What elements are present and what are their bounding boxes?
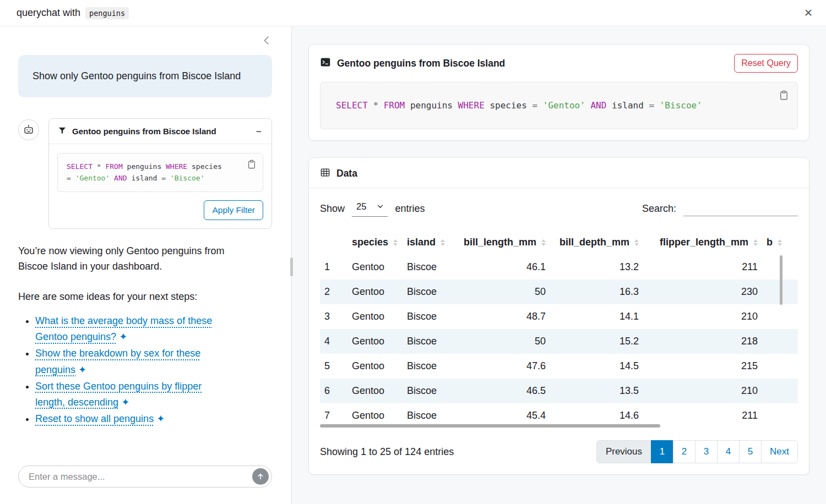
table-row[interactable]: 2GentooBiscoe5016.3230 bbox=[320, 280, 798, 304]
assistant-message: Here are some ideas for your next steps: bbox=[18, 289, 238, 305]
sparkle-icon: ✦ bbox=[116, 331, 127, 342]
data-card: Data Show 25 entries Search: bbox=[308, 157, 809, 475]
data-card-header: Data bbox=[309, 167, 809, 188]
table-cell: 215 bbox=[643, 354, 762, 379]
column-header-species[interactable]: species bbox=[347, 230, 403, 255]
table-cell bbox=[762, 329, 798, 354]
pagination-page-4[interactable]: 4 bbox=[717, 440, 740, 463]
table-cell: 218 bbox=[643, 329, 762, 354]
table-cell bbox=[762, 354, 798, 379]
table-row[interactable]: 6GentooBiscoe46.513.5210 bbox=[320, 379, 798, 403]
table-cell: 3 bbox=[320, 304, 347, 329]
table-cell: 210 bbox=[643, 304, 762, 329]
table-row[interactable]: 5GentooBiscoe47.614.5215 bbox=[320, 354, 798, 379]
table-cell: 50 bbox=[455, 280, 550, 304]
chat-sidebar: Show only Gentoo penguins from Biscoe Is… bbox=[0, 26, 292, 504]
pagination-previous[interactable]: Previous bbox=[596, 440, 651, 463]
app-layout: Show only Gentoo penguins from Biscoe Is… bbox=[0, 26, 826, 504]
suggestion-item: Show the breakdown by sex for these peng… bbox=[35, 346, 229, 377]
query-card: Gentoo penguins from Biscoe Island Reset… bbox=[308, 44, 809, 141]
column-header-b[interactable]: b bbox=[762, 230, 798, 255]
table-cell: 14.5 bbox=[550, 354, 643, 379]
table-cell: 15.2 bbox=[550, 329, 643, 354]
pagination-next[interactable]: Next bbox=[761, 440, 798, 463]
column-header-row-index bbox=[320, 230, 347, 255]
column-header-bill_length_mm[interactable]: bill_length_mm bbox=[455, 230, 550, 255]
page-length-select[interactable]: 25 bbox=[352, 200, 388, 217]
suggestion-item: Sort these Gentoo penguins by flipper le… bbox=[35, 379, 229, 410]
data-card-title: Data bbox=[336, 168, 357, 179]
apply-filter-row: Apply Filter bbox=[57, 200, 263, 220]
search-input[interactable] bbox=[683, 201, 798, 216]
suggestion-item: What is the average body mass of these G… bbox=[35, 313, 229, 345]
filter-suggestion-card: Gentoo penguins from Biscoe Island − SEL… bbox=[48, 118, 272, 229]
table-cell: Gentoo bbox=[347, 255, 403, 280]
table-row[interactable]: 4GentooBiscoe5015.2218 bbox=[320, 329, 798, 354]
bot-avatar bbox=[18, 119, 39, 140]
table-cell: 230 bbox=[643, 280, 762, 304]
horizontal-scrollbar[interactable] bbox=[320, 424, 660, 428]
table-cell: Biscoe bbox=[403, 280, 455, 304]
entries-label: entries bbox=[395, 203, 425, 215]
show-label: Show bbox=[320, 203, 345, 215]
table-cell: Gentoo bbox=[347, 280, 403, 304]
table-cell: 2 bbox=[320, 280, 347, 304]
reset-query-button[interactable]: Reset Query bbox=[734, 54, 798, 73]
table-icon bbox=[320, 167, 330, 180]
terminal-icon bbox=[320, 57, 331, 70]
suggestion-item: Reset to show all penguins ✦ bbox=[35, 411, 229, 427]
table-cell: 211 bbox=[643, 255, 762, 280]
app-header: querychat with penguins ✕ bbox=[0, 0, 826, 26]
sort-icon bbox=[393, 239, 398, 246]
sidebar-collapse-row bbox=[18, 33, 272, 50]
suggestion-link[interactable]: Show the breakdown by sex for these peng… bbox=[35, 348, 200, 375]
table-cell: 211 bbox=[643, 403, 762, 428]
table-cell: 13.5 bbox=[550, 379, 643, 403]
arrow-up-icon bbox=[257, 473, 264, 480]
table-cell: Gentoo bbox=[347, 329, 403, 354]
dashboard-main: Gentoo penguins from Biscoe Island Reset… bbox=[292, 26, 826, 504]
collapse-card-button[interactable]: − bbox=[253, 127, 264, 136]
sort-icon bbox=[541, 239, 546, 246]
query-card-title: Gentoo penguins from Biscoe Island bbox=[337, 58, 505, 69]
message-input[interactable] bbox=[29, 472, 252, 482]
data-table: speciesislandbill_length_mmbill_depth_mm… bbox=[320, 230, 798, 428]
copy-icon[interactable] bbox=[246, 158, 257, 172]
sparkle-icon: ✦ bbox=[154, 413, 165, 424]
pagination-page-2[interactable]: 2 bbox=[673, 440, 695, 463]
column-header-bill_depth_mm[interactable]: bill_depth_mm bbox=[550, 230, 643, 255]
apply-filter-button[interactable]: Apply Filter bbox=[204, 200, 263, 220]
table-cell: 50 bbox=[455, 329, 550, 354]
table-row[interactable]: 1GentooBiscoe46.113.2211 bbox=[320, 255, 798, 280]
robot-icon bbox=[23, 124, 35, 136]
sparkle-icon: ✦ bbox=[118, 397, 129, 408]
sidebar-collapse-button[interactable] bbox=[260, 33, 272, 50]
table-cell: Biscoe bbox=[403, 304, 455, 329]
dataset-name-chip: penguins bbox=[85, 7, 129, 19]
search-label: Search: bbox=[642, 203, 676, 215]
sparkle-icon: ✦ bbox=[75, 364, 86, 375]
filter-icon bbox=[58, 126, 67, 137]
vertical-scrollbar[interactable] bbox=[780, 255, 782, 305]
filter-card-body: SELECT * FROM penguins WHERE species = '… bbox=[49, 144, 271, 229]
chevron-left-icon bbox=[264, 36, 269, 45]
suggestion-link[interactable]: Reset to show all penguins bbox=[35, 413, 154, 424]
column-header-island[interactable]: island bbox=[403, 230, 455, 255]
page-length-value: 25 bbox=[356, 201, 366, 212]
pagination-page-3[interactable]: 3 bbox=[695, 440, 718, 463]
table-cell: Biscoe bbox=[403, 379, 455, 403]
table-row[interactable]: 3GentooBiscoe48.714.1210 bbox=[320, 304, 798, 329]
table-cell: 13.2 bbox=[550, 255, 643, 280]
copy-icon[interactable] bbox=[778, 89, 790, 103]
pagination-page-1[interactable]: 1 bbox=[651, 440, 673, 463]
table-cell: Gentoo bbox=[347, 354, 403, 379]
filter-sql-block: SELECT * FROM penguins WHERE species = '… bbox=[57, 153, 263, 193]
app-title-text: querychat with bbox=[17, 7, 80, 19]
send-button[interactable] bbox=[252, 468, 269, 485]
sidebar-resize-handle[interactable] bbox=[290, 258, 293, 276]
table-cell: Biscoe bbox=[403, 354, 455, 379]
column-header-flipper_length_mm[interactable]: flipper_length_mm bbox=[643, 230, 762, 255]
close-button[interactable]: ✕ bbox=[804, 8, 813, 18]
user-message-text: Show only Gentoo penguins from Biscoe Is… bbox=[32, 68, 242, 84]
pagination-page-5[interactable]: 5 bbox=[739, 440, 762, 463]
